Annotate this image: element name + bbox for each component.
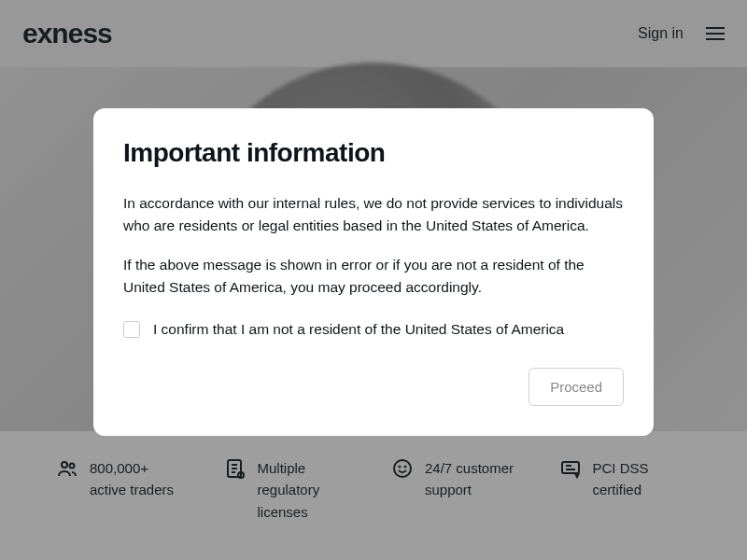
proceed-button[interactable]: Proceed [529, 368, 624, 406]
modal-footer: Proceed [123, 368, 624, 406]
confirm-label: I confirm that I am not a resident of th… [153, 321, 564, 338]
important-info-modal: Important information In accordance with… [93, 108, 654, 436]
confirm-checkbox[interactable] [123, 321, 140, 338]
confirm-row: I confirm that I am not a resident of th… [123, 321, 624, 338]
modal-paragraph-1: In accordance with our internal rules, w… [123, 192, 624, 237]
modal-title: Important information [123, 138, 624, 168]
modal-paragraph-2: If the above message is shown in error o… [123, 254, 624, 299]
